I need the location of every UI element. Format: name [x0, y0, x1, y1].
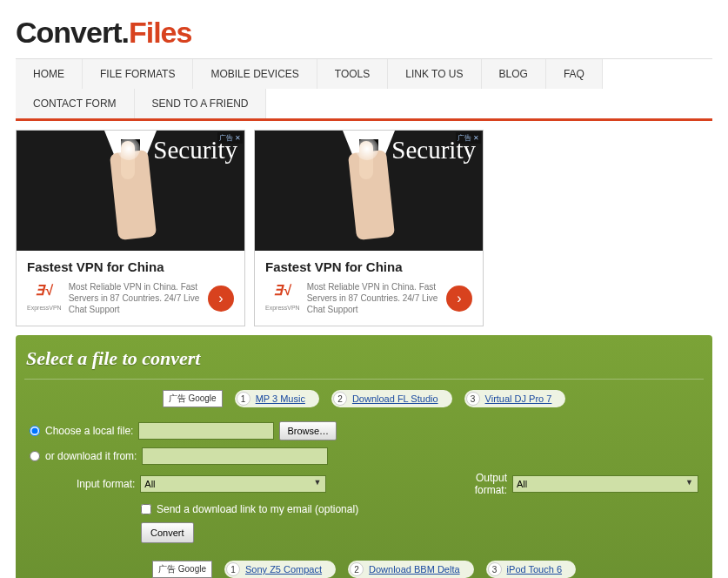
google-ads-label: 广告 Google: [163, 390, 223, 407]
email-link-label: Send a download link to my email (option…: [157, 503, 358, 515]
input-format-label: Input format:: [30, 478, 135, 490]
source-local-radio[interactable]: [30, 426, 40, 436]
ad-pill[interactable]: 2Download BBM Delta: [348, 561, 474, 578]
ad-pill[interactable]: 3Virtual DJ Pro 7: [464, 390, 566, 407]
ad-arrow-icon[interactable]: ›: [208, 286, 234, 312]
ad-image: Security 广告 ✕: [17, 131, 244, 251]
ad-card[interactable]: Security 广告 ✕ Fastest VPN for China Ǝ√ E…: [16, 130, 245, 326]
nav-blog[interactable]: BLOG: [482, 59, 546, 89]
nav-faq[interactable]: FAQ: [546, 59, 603, 89]
nav-home[interactable]: HOME: [16, 59, 83, 89]
main-nav: HOME FILE FORMATS MOBILE DEVICES TOOLS L…: [16, 58, 712, 121]
ad-pill[interactable]: 3iPod Touch 6: [486, 561, 576, 578]
output-format-label: Output format:: [441, 472, 507, 496]
source-url-radio[interactable]: [30, 451, 40, 461]
nav-mobile-devices[interactable]: MOBILE DEVICES: [193, 59, 317, 89]
google-ads-label: 广告 Google: [152, 561, 212, 578]
logo-part2: Files: [129, 16, 191, 49]
ad-pills-top: 广告 Google 1MP 3 Music 2Download FL Studi…: [24, 380, 704, 421]
email-link-checkbox[interactable]: [141, 504, 151, 514]
nav-contact-form[interactable]: CONTACT FORM: [16, 89, 135, 118]
nav-tools[interactable]: TOOLS: [317, 59, 388, 89]
download-url-input[interactable]: [142, 447, 328, 465]
expressvpn-icon: Ǝ√ ExpressVPN: [27, 284, 62, 313]
ad-arrow-icon[interactable]: ›: [446, 286, 472, 312]
browse-button[interactable]: Browse…: [279, 421, 337, 440]
download-url-label: or download it from:: [45, 450, 137, 462]
nav-file-formats[interactable]: FILE FORMATS: [83, 59, 193, 89]
ad-pills-bottom: 广告 Google 1Sony Z5 Compact 2Download BBM…: [24, 550, 704, 578]
logo-part1: Convert.: [16, 16, 129, 49]
input-format-select[interactable]: All: [140, 475, 326, 493]
ad-title: Fastest VPN for China: [27, 259, 234, 274]
nav-send-to-friend[interactable]: SEND TO A FRIEND: [135, 89, 267, 118]
ad-image: Security 广告 ✕: [255, 131, 483, 251]
convert-panel: Select a file to convert 广告 Google 1MP 3…: [16, 335, 712, 578]
logo: Convert.Files: [16, 0, 712, 58]
panel-title: Select a file to convert: [24, 344, 704, 380]
ad-pill[interactable]: 1MP 3 Music: [235, 390, 319, 407]
nav-link-to-us[interactable]: LINK TO US: [388, 59, 481, 89]
choose-file-label: Choose a local file:: [45, 425, 133, 437]
ad-badge[interactable]: 广告 ✕: [456, 132, 481, 144]
output-format-select[interactable]: All: [512, 475, 698, 493]
ad-description: Most Reliable VPN in China. Fast Servers…: [307, 281, 439, 315]
ads-row: Security 广告 ✕ Fastest VPN for China Ǝ√ E…: [16, 121, 712, 335]
ad-pill[interactable]: 2Download FL Studio: [331, 390, 452, 407]
local-file-input[interactable]: [138, 422, 274, 440]
ad-description: Most Reliable VPN in China. Fast Servers…: [69, 281, 201, 315]
ad-title: Fastest VPN for China: [265, 259, 472, 274]
expressvpn-icon: Ǝ√ ExpressVPN: [265, 284, 300, 313]
ad-badge[interactable]: 广告 ✕: [217, 132, 243, 144]
ad-card[interactable]: Security 广告 ✕ Fastest VPN for China Ǝ√ E…: [254, 130, 484, 326]
ad-pill[interactable]: 1Sony Z5 Compact: [224, 561, 336, 578]
convert-button[interactable]: Convert: [141, 522, 194, 543]
